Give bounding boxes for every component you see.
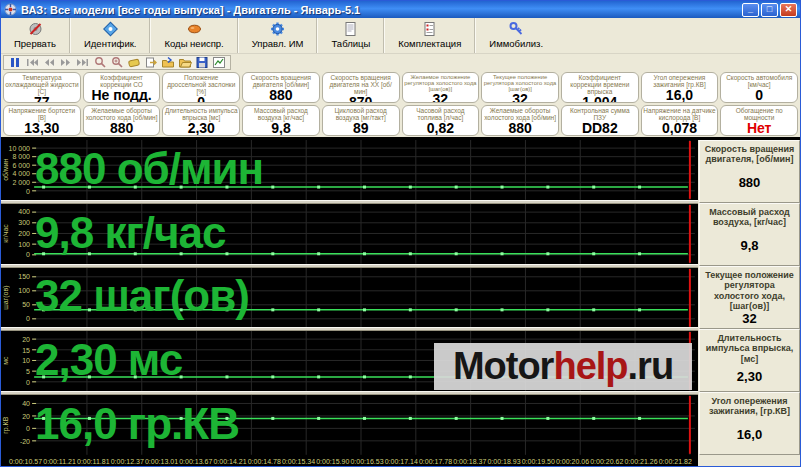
param-power-enrichment: Обогащение по мощностиНет [720,105,798,136]
y-tick-label: 5 [26,368,30,375]
param-value-alert: Нет [722,121,796,136]
param-value: 880 [483,121,557,136]
chart-view-icon[interactable] [212,56,226,69]
param-value: Не подд. [85,88,159,103]
y-tick-label: 20 [22,336,30,343]
param-label: Часовой расход топлива [л/час] [404,107,478,121]
step-forward-icon[interactable] [59,56,73,69]
param-label: Коэффициент коррекции времени впрыска [563,74,637,95]
time-tick: 0:00:14.21 [213,458,246,465]
panel-value: 880 [702,175,797,190]
y-tick-label: 400 [18,208,30,215]
identify-button[interactable]: Идентифик. [71,18,149,53]
y-tick-label: 40 [22,400,30,407]
y-tick-label: 20 [22,413,30,420]
param-value: 89 [324,121,398,136]
y-tick-label: 0 [26,425,30,432]
actuator-control-icon [269,21,286,37]
param-label: Желаемые обороты холостого хода [об/мин] [85,107,159,121]
time-tick: 0:00:20.06 [556,458,589,465]
title-bar: ВАЗ: Все модели [все годы выпуска] - Дви… [1,1,800,18]
time-tick: 0:00:19.50 [522,458,555,465]
param-iac-current: Текущее положение регулятора холостого х… [481,72,559,103]
time-tick: 0:00:11.21 [43,458,76,465]
parameter-row-2: Напряжение бортсети [В]13,30 Желаемые об… [1,104,800,137]
abort-button[interactable]: Прервать [1,18,69,53]
param-battery-voltage: Напряжение бортсети [В]13,30 [3,105,81,136]
param-injection-pulse: Длительность импульса впрыска [мс]2,30 [162,105,240,136]
chart-mass-air-flow[interactable]: кг/час 4003002001000 9,8 кг/час [1,204,698,264]
param-value: 32 [483,92,557,103]
param-value: 13,30 [5,121,79,136]
time-tick: 0:00:12.37 [111,458,144,465]
time-tick: 0:00:15.34 [282,458,315,465]
skip-to-start-icon[interactable] [25,56,39,69]
fault-codes-button[interactable]: Коды неиспр. [151,18,236,53]
param-label: Цикловой расход воздуха [мг/такт] [324,107,398,121]
open-file-icon[interactable] [178,56,192,69]
param-label: Желаемое положение регулятора холостого … [404,74,478,92]
param-value: 32 [404,92,478,103]
maximize-button[interactable]: □ [761,3,778,17]
y-tick-label: 15 [22,347,30,354]
tables-button[interactable]: Таблицы [318,18,383,53]
actuator-control-button[interactable]: Управл. ИМ [239,18,317,53]
save-icon[interactable] [195,56,209,69]
chart-engine-speed[interactable]: об/мин 10 0008 0006 0004 0002 0000 880 о… [1,140,698,200]
zoom-in-icon[interactable] [110,56,124,69]
minimize-button[interactable]: _ [742,3,759,17]
time-tick: 0:00:17.78 [419,458,452,465]
panel-filler [698,455,800,466]
param-label: Напряжение на датчике кислорода [В] [643,107,717,121]
param-injection-correction: Коэффициент коррекции времени впрыска1,0… [561,72,639,103]
param-label: Длительность импульса впрыска [мс] [164,107,238,121]
tag-icon[interactable] [127,56,141,69]
time-tick: 0:00:15.90 [316,458,349,465]
y-tick-label: 0 [26,188,30,195]
time-tick: 0:00:11.81 [77,458,110,465]
time-tick: 0:00:18.93 [487,458,520,465]
time-tick: 0:00:21.26 [624,458,657,465]
param-label: Контрольная сумма ПЗУ [563,107,637,121]
param-rom-checksum: Контрольная сумма ПЗУDD82 [561,105,639,136]
chart-value-overlay: 16,0 гр.КВ [35,399,239,449]
param-value: 2,30 [164,121,238,136]
parameter-row-1: Температура охлаждающей жидкости [С]77 К… [1,71,800,104]
y-axis-ticks: 4003002001000 [8,204,30,264]
playback-toolbar [1,54,800,71]
chart-value-overlay: 2,30 мс [35,335,182,385]
zoom-out-icon[interactable] [93,56,107,69]
y-tick-label: 2 000 [12,179,30,186]
window-title: ВАЗ: Все модели [все годы выпуска] - Дви… [21,4,742,16]
y-axis-ticks: 150100500 [8,268,30,328]
charts-column: об/мин 10 0008 0006 0004 0002 0000 880 о… [1,140,698,466]
param-engine-speed-idle: Скорость вращения двигателя на ХХ [об/ми… [322,72,400,103]
y-tick-label: 4 000 [12,170,30,177]
skip-to-end-icon[interactable] [76,56,90,69]
chart-value-overlay: 32 шаг(ов) [35,271,249,321]
panel-label: Длительность импульса впрыска, [мс] [702,333,797,364]
param-label: Температура охлаждающей жидкости [С] [5,74,79,95]
actuator-control-label: Управл. ИМ [252,38,304,49]
param-value: 0 [164,95,238,103]
param-label: Скорость автомобиля [км/час] [722,74,796,88]
tables-label: Таблицы [331,38,370,49]
export-record-icon[interactable] [161,56,175,69]
step-back-icon[interactable] [42,56,56,69]
chart-iac-position[interactable]: шаг(ов) 150100500 32 шаг(ов) [1,268,698,328]
param-label: Желаемые обороты холостого хода [об/мин] [483,107,557,121]
immobilizer-button[interactable]: Иммобилиз. [476,18,556,53]
param-label: Положение дроссельной заслонки [%] [164,74,238,95]
panel-engine-speed: Скорость вращения двигателя, [об/мин] 88… [699,140,800,203]
close-button[interactable]: ✕ [780,3,797,17]
chart-ignition-advance[interactable]: гр.КВ 40200-20 16,0 гр.КВ [1,395,698,455]
panel-value: 32 [702,311,797,326]
configuration-button[interactable]: Комплектация [385,18,474,53]
y-tick-label: 8 000 [12,153,30,160]
panel-label: Текущее положение регулятора холостого х… [702,270,797,311]
param-value: 77 [5,95,79,103]
pause-icon[interactable] [8,56,22,69]
y-axis-ticks: 10 0008 0006 0004 0002 0000 [8,140,30,200]
time-tick: 0:00:13.67 [179,458,212,465]
import-record-icon[interactable] [144,56,158,69]
